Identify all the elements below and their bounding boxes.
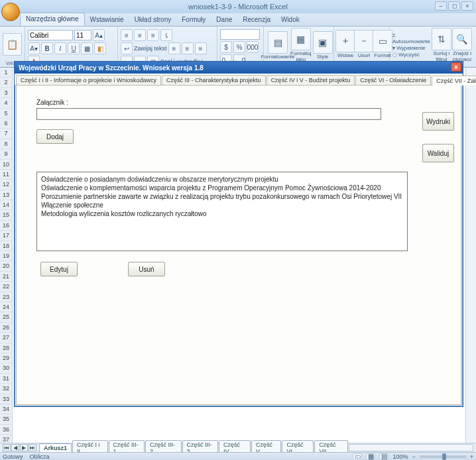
dialog-tab-5[interactable]: Część VII - Załączniki [432, 76, 476, 86]
delete-button[interactable]: Usuń [128, 262, 165, 276]
vertical-scrollbar[interactable] [465, 68, 476, 443]
ribbon-tab-insert[interactable]: Wstawianie [85, 14, 129, 26]
row-header[interactable]: 16 [0, 221, 12, 231]
row-header[interactable]: 4 [0, 98, 12, 108]
insert-cells-button[interactable]: ＋ [335, 30, 355, 52]
row-header[interactable]: 32 [0, 384, 12, 394]
align-center-icon[interactable]: ≡ [182, 42, 194, 54]
row-header[interactable]: 14 [0, 200, 12, 210]
sheet-nav-first-icon[interactable]: ⏮ [3, 444, 11, 451]
row-header[interactable]: 11 [0, 170, 12, 180]
row-header[interactable]: 28 [0, 343, 12, 353]
dialog-close-button[interactable]: × [451, 62, 461, 72]
dialog-tab-2[interactable]: Część III - Charakterystyka projektu [162, 75, 266, 85]
row-header[interactable]: 18 [0, 241, 12, 251]
print-button[interactable]: Wydruki [422, 112, 454, 131]
attachments-listbox[interactable]: Oświadczenie o posiadanym doświadczeniu … [36, 172, 408, 251]
row-header[interactable]: 25 [0, 312, 12, 322]
fill-color-button[interactable]: ◧ [94, 42, 106, 54]
minimize-button[interactable]: – [435, 1, 447, 11]
restore-button[interactable]: ◻ [448, 1, 460, 11]
row-header[interactable]: 35 [0, 414, 12, 424]
row-header[interactable]: 12 [0, 180, 12, 190]
row-header[interactable]: 3 [0, 88, 12, 98]
sheet-nav-last-icon[interactable]: ⏭ [29, 444, 36, 451]
close-button[interactable]: × [461, 1, 473, 11]
decrease-font-icon[interactable]: A▾ [28, 42, 40, 54]
row-header[interactable]: 30 [0, 363, 12, 373]
zoom-out-icon[interactable]: − [412, 453, 415, 460]
row-header[interactable]: 31 [0, 374, 12, 384]
font-size-select[interactable] [74, 30, 91, 40]
dialog-tab-4[interactable]: Część VI - Oświadczenie [355, 75, 431, 85]
row-header[interactable]: 8 [0, 139, 12, 149]
view-pagebreak-icon[interactable]: ▤ [379, 453, 388, 460]
zoom-slider[interactable] [420, 455, 466, 458]
delete-cells-button[interactable]: － [354, 30, 374, 52]
validate-button[interactable]: Waliduj [422, 144, 454, 162]
row-header[interactable]: 36 [0, 425, 12, 435]
row-header[interactable]: 26 [0, 323, 12, 333]
align-bottom-icon[interactable]: ≡ [147, 29, 159, 41]
align-top-icon[interactable]: ≡ [121, 29, 133, 41]
align-left-icon[interactable]: ≡ [168, 42, 180, 54]
row-header[interactable]: 9 [0, 149, 12, 159]
borders-button[interactable]: ▦ [81, 42, 93, 54]
percent-icon[interactable]: % [233, 41, 245, 53]
increase-font-icon[interactable]: A▴ [93, 29, 105, 41]
add-button[interactable]: Dodaj [36, 129, 74, 144]
row-header[interactable]: 27 [0, 333, 12, 343]
horizontal-scrollbar[interactable] [349, 444, 473, 451]
ribbon-tab-data[interactable]: Dane [211, 14, 237, 26]
list-item[interactable]: Oświadczenie o posiadanym doświadczeniu … [41, 175, 403, 184]
cell-styles-button[interactable]: ▣ [313, 31, 333, 54]
row-header[interactable]: 7 [0, 129, 12, 139]
row-header[interactable]: 20 [0, 261, 12, 271]
row-header[interactable]: 33 [0, 394, 12, 404]
dialog-tab-3[interactable]: Część IV i V - Budżet projektu [267, 75, 355, 85]
row-header[interactable]: 10 [0, 160, 12, 170]
row-header[interactable]: 1 [0, 68, 12, 78]
row-header[interactable]: 24 [0, 302, 12, 312]
align-middle-icon[interactable]: ≡ [134, 29, 146, 41]
sheet-nav-prev-icon[interactable]: ◀ [11, 444, 19, 451]
italic-button[interactable]: I [54, 42, 66, 54]
row-header[interactable]: 2 [0, 78, 12, 87]
row-header[interactable]: 34 [0, 404, 12, 414]
view-layout-icon[interactable]: ▦ [366, 453, 375, 460]
sort-filter-button[interactable]: ⇅ [432, 28, 451, 50]
row-header[interactable]: 17 [0, 231, 12, 241]
row-header[interactable]: 6 [0, 119, 12, 129]
row-header[interactable]: 21 [0, 272, 12, 282]
align-right-icon[interactable]: ≡ [195, 42, 207, 54]
comma-icon[interactable]: 000 [247, 41, 259, 53]
row-header[interactable]: 13 [0, 190, 12, 200]
find-select-button[interactable]: 🔍 [452, 28, 472, 50]
underline-button[interactable]: U [68, 42, 80, 54]
clear-button[interactable]: ◌ Wyczyść [392, 52, 430, 58]
row-header[interactable]: 19 [0, 251, 12, 261]
fill-button[interactable]: ▾ Wypełnienie [392, 45, 430, 51]
ribbon-tab-review[interactable]: Recenzja [237, 14, 276, 26]
autosum-button[interactable]: Σ Autosumowanie [392, 32, 430, 44]
font-name-select[interactable] [28, 30, 73, 40]
row-header[interactable]: 15 [0, 210, 12, 220]
orientation-icon[interactable]: ⤹ [160, 29, 172, 41]
ribbon-tab-view[interactable]: Widok [276, 14, 305, 26]
list-item[interactable]: Metodologia wyliczenia kosztów rozliczan… [41, 209, 403, 218]
row-header[interactable]: 22 [0, 282, 12, 292]
edit-button[interactable]: Edytuj [40, 262, 78, 276]
conditional-format-button[interactable]: ▤ [268, 31, 288, 54]
dialog-tab-1[interactable]: Część I i II - Informacje o projekcie i … [16, 75, 161, 85]
sheet-tab[interactable]: Arkusz1 [39, 443, 72, 452]
sheet-nav-next-icon[interactable]: ▶ [20, 444, 28, 451]
number-format-select[interactable] [220, 29, 260, 40]
paste-button[interactable]: 📋 [3, 33, 22, 56]
zoom-in-icon[interactable]: + [470, 453, 473, 460]
ribbon-tab-home[interactable]: Narzędzia główne [20, 13, 85, 26]
row-header[interactable]: 23 [0, 292, 12, 302]
ribbon-tab-formulas[interactable]: Formuły [176, 14, 211, 26]
attachment-input[interactable] [36, 108, 381, 120]
format-as-table-button[interactable]: ▦ [291, 28, 311, 50]
wrap-text-button[interactable]: ↩ [121, 42, 133, 54]
